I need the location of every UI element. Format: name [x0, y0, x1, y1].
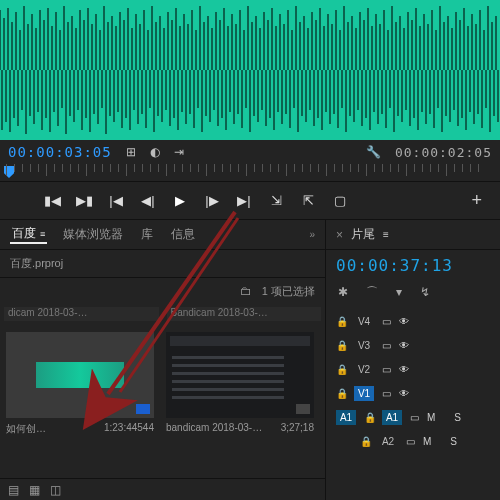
track-a1[interactable]: A1 [382, 410, 402, 425]
solo-button[interactable]: S [450, 436, 457, 447]
clip-thumb-1[interactable]: bandicam 2018-03-… 3;27;18 [166, 332, 314, 436]
track-v2[interactable]: V2 [354, 364, 374, 375]
freeform-view-icon[interactable]: ◫ [50, 483, 61, 497]
track-v4[interactable]: V4 [354, 316, 374, 327]
project-file-label: 百度.prproj [0, 250, 325, 278]
snap-icon[interactable]: ✱ [338, 285, 348, 299]
clip-thumb-0[interactable]: 如何创… 1:23:44544 [6, 332, 154, 436]
project-tabs: 百度≡ 媒体浏览器 库 信息 » [0, 220, 325, 250]
source-time-bar: 00:00:03:05 ⊞ ◐ ⇥ 🔧 00:00:02:05 [0, 140, 500, 164]
source-a1[interactable]: A1 [336, 410, 356, 425]
eye-icon[interactable]: 👁 [399, 340, 411, 351]
clip-name-0: 如何创… [6, 422, 46, 436]
insert-button[interactable]: ⇲ [268, 193, 284, 209]
source-ruler[interactable] [0, 164, 500, 182]
clip-header-1[interactable]: Bandicam 2018-03-… [167, 307, 322, 321]
mark-in-button[interactable]: ▮◀ [44, 193, 60, 209]
toggle-output-icon[interactable]: ▭ [410, 412, 419, 423]
video-preview [166, 332, 314, 418]
mark-out-button[interactable]: ▶▮ [76, 193, 92, 209]
wrench-icon[interactable]: 🔧 [366, 145, 381, 159]
toggle-output-icon[interactable]: ▭ [406, 436, 415, 447]
lock-icon[interactable]: 🔒 [336, 364, 346, 375]
transport-bar: ▮◀ ▶▮ |◀ ◀| ▶ |▶ ▶| ⇲ ⇱ ▢ + [0, 182, 500, 220]
mute-button[interactable]: M [423, 436, 431, 447]
step-icon[interactable]: ⇥ [174, 145, 184, 159]
settings-icon[interactable]: ↯ [420, 285, 430, 299]
markers-icon[interactable]: ▾ [396, 285, 402, 299]
timeline-timecode[interactable]: 00:00:37:13 [326, 250, 500, 281]
list-view-icon[interactable]: ▤ [8, 483, 19, 497]
go-to-in-button[interactable]: |◀ [108, 193, 124, 209]
toggle-output-icon[interactable]: ▭ [382, 340, 391, 351]
mute-button[interactable]: M [427, 412, 435, 423]
track-v1[interactable]: V1 [354, 386, 374, 401]
clip-header-0[interactable]: dicam 2018-03-… [4, 307, 159, 321]
clip-dur-1: 3;27;18 [281, 422, 314, 433]
lock-icon[interactable]: 🔒 [336, 316, 346, 327]
eye-icon[interactable]: 👁 [399, 364, 411, 375]
go-to-out-button[interactable]: ▶| [236, 193, 252, 209]
audio-waveform-icon [36, 362, 125, 388]
export-frame-button[interactable]: ▢ [332, 193, 348, 209]
toggle-output-icon[interactable]: ▭ [382, 364, 391, 375]
tab-library[interactable]: 库 [139, 226, 155, 243]
project-footer: ▤ ▦ ◫ [0, 478, 325, 500]
out-timecode[interactable]: 00:00:02:05 [395, 145, 492, 160]
play-button[interactable]: ▶ [172, 193, 188, 209]
track-headers: 🔒V4▭👁 🔒V3▭👁 🔒V2▭👁 🔒V1▭👁 A1🔒A1▭M S 🔒A2▭M … [326, 303, 500, 453]
link-icon[interactable]: ⌒ [366, 284, 378, 301]
track-v3[interactable]: V3 [354, 340, 374, 351]
step-fwd-button[interactable]: |▶ [204, 193, 220, 209]
eye-icon[interactable]: 👁 [399, 316, 411, 327]
panel-menu-icon[interactable]: ≡ [383, 229, 389, 240]
timeline-tab[interactable]: 片尾 [351, 226, 375, 243]
clip-dur-0: 1:23:44544 [104, 422, 154, 436]
project-panel: 百度≡ 媒体浏览器 库 信息 » 百度.prproj 🗀 1 项已选择 dica… [0, 220, 326, 500]
av-badge [296, 404, 310, 414]
source-waveform[interactable] [0, 0, 500, 140]
tab-media-browser[interactable]: 媒体浏览器 [61, 226, 125, 243]
toggle-output-icon[interactable]: ▭ [382, 316, 391, 327]
lock-icon[interactable]: 🔒 [360, 436, 370, 447]
bin-icon[interactable]: 🗀 [240, 284, 252, 298]
lock-icon[interactable]: 🔒 [364, 412, 374, 423]
close-icon[interactable]: × [336, 228, 343, 242]
fit-icon[interactable]: ⊞ [126, 145, 136, 159]
solo-button[interactable]: S [454, 412, 461, 423]
overwrite-button[interactable]: ⇱ [300, 193, 316, 209]
eye-icon[interactable]: 👁 [399, 388, 411, 399]
selection-count: 1 项已选择 [262, 284, 315, 299]
lock-icon[interactable]: 🔒 [336, 340, 346, 351]
track-a2[interactable]: A2 [378, 436, 398, 447]
half-icon[interactable]: ◐ [150, 145, 160, 159]
add-button[interactable]: + [471, 190, 482, 211]
icon-view-icon[interactable]: ▦ [29, 483, 40, 497]
in-timecode[interactable]: 00:00:03:05 [8, 144, 112, 160]
panel-menu-icon[interactable]: ≡ [40, 229, 45, 239]
timeline-panel: × 片尾 ≡ 00:00:37:13 ✱ ⌒ ▾ ↯ 🔒V4▭👁 🔒V3▭👁 🔒… [326, 220, 500, 500]
toggle-output-icon[interactable]: ▭ [382, 388, 391, 399]
audio-only-badge [136, 404, 150, 414]
tab-bin[interactable]: 百度≡ [10, 225, 47, 244]
lock-icon[interactable]: 🔒 [336, 388, 346, 399]
tab-info[interactable]: 信息 [169, 226, 197, 243]
clip-name-1: bandicam 2018-03-… [166, 422, 262, 433]
tabs-overflow[interactable]: » [309, 229, 315, 240]
step-back-button[interactable]: ◀| [140, 193, 156, 209]
